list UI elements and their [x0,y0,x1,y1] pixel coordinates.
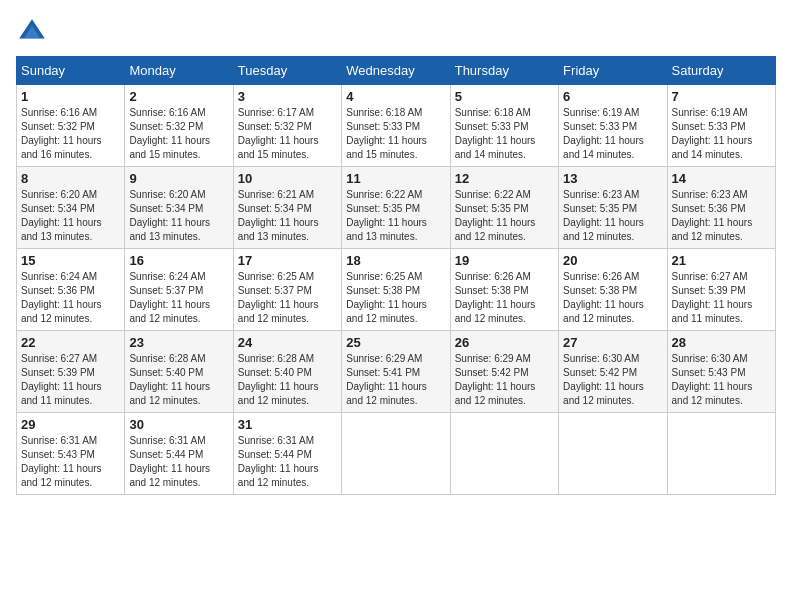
day-info: Sunrise: 6:17 AMSunset: 5:32 PMDaylight:… [238,106,337,162]
day-number: 5 [455,89,554,104]
day-info: Sunrise: 6:19 AMSunset: 5:33 PMDaylight:… [672,106,771,162]
day-info: Sunrise: 6:27 AMSunset: 5:39 PMDaylight:… [672,270,771,326]
day-number: 7 [672,89,771,104]
day-number: 2 [129,89,228,104]
day-info: Sunrise: 6:28 AMSunset: 5:40 PMDaylight:… [238,352,337,408]
calendar-cell: 11Sunrise: 6:22 AMSunset: 5:35 PMDayligh… [342,167,450,249]
weekday-header-thursday: Thursday [450,57,558,85]
day-info: Sunrise: 6:31 AMSunset: 5:43 PMDaylight:… [21,434,120,490]
calendar-cell: 14Sunrise: 6:23 AMSunset: 5:36 PMDayligh… [667,167,775,249]
calendar-cell: 10Sunrise: 6:21 AMSunset: 5:34 PMDayligh… [233,167,341,249]
day-number: 6 [563,89,662,104]
day-number: 10 [238,171,337,186]
day-info: Sunrise: 6:30 AMSunset: 5:42 PMDaylight:… [563,352,662,408]
day-info: Sunrise: 6:31 AMSunset: 5:44 PMDaylight:… [129,434,228,490]
calendar-cell: 21Sunrise: 6:27 AMSunset: 5:39 PMDayligh… [667,249,775,331]
day-info: Sunrise: 6:25 AMSunset: 5:38 PMDaylight:… [346,270,445,326]
calendar-cell: 23Sunrise: 6:28 AMSunset: 5:40 PMDayligh… [125,331,233,413]
weekday-header-saturday: Saturday [667,57,775,85]
calendar-cell: 9Sunrise: 6:20 AMSunset: 5:34 PMDaylight… [125,167,233,249]
day-info: Sunrise: 6:18 AMSunset: 5:33 PMDaylight:… [455,106,554,162]
day-info: Sunrise: 6:30 AMSunset: 5:43 PMDaylight:… [672,352,771,408]
day-info: Sunrise: 6:31 AMSunset: 5:44 PMDaylight:… [238,434,337,490]
weekday-header-row: SundayMondayTuesdayWednesdayThursdayFrid… [17,57,776,85]
day-number: 3 [238,89,337,104]
calendar-cell [342,413,450,495]
day-number: 27 [563,335,662,350]
calendar-cell: 29Sunrise: 6:31 AMSunset: 5:43 PMDayligh… [17,413,125,495]
calendar-cell: 22Sunrise: 6:27 AMSunset: 5:39 PMDayligh… [17,331,125,413]
day-number: 17 [238,253,337,268]
week-row-5: 29Sunrise: 6:31 AMSunset: 5:43 PMDayligh… [17,413,776,495]
day-number: 11 [346,171,445,186]
day-number: 1 [21,89,120,104]
day-number: 22 [21,335,120,350]
day-info: Sunrise: 6:24 AMSunset: 5:37 PMDaylight:… [129,270,228,326]
day-info: Sunrise: 6:19 AMSunset: 5:33 PMDaylight:… [563,106,662,162]
day-number: 31 [238,417,337,432]
day-number: 12 [455,171,554,186]
day-number: 28 [672,335,771,350]
day-number: 15 [21,253,120,268]
weekday-header-wednesday: Wednesday [342,57,450,85]
day-info: Sunrise: 6:16 AMSunset: 5:32 PMDaylight:… [129,106,228,162]
day-info: Sunrise: 6:20 AMSunset: 5:34 PMDaylight:… [129,188,228,244]
calendar-cell: 6Sunrise: 6:19 AMSunset: 5:33 PMDaylight… [559,85,667,167]
calendar-cell: 4Sunrise: 6:18 AMSunset: 5:33 PMDaylight… [342,85,450,167]
calendar-cell: 24Sunrise: 6:28 AMSunset: 5:40 PMDayligh… [233,331,341,413]
day-info: Sunrise: 6:27 AMSunset: 5:39 PMDaylight:… [21,352,120,408]
day-number: 21 [672,253,771,268]
weekday-header-sunday: Sunday [17,57,125,85]
day-info: Sunrise: 6:23 AMSunset: 5:36 PMDaylight:… [672,188,771,244]
day-number: 9 [129,171,228,186]
calendar-cell: 12Sunrise: 6:22 AMSunset: 5:35 PMDayligh… [450,167,558,249]
weekday-header-tuesday: Tuesday [233,57,341,85]
calendar-cell: 16Sunrise: 6:24 AMSunset: 5:37 PMDayligh… [125,249,233,331]
day-info: Sunrise: 6:18 AMSunset: 5:33 PMDaylight:… [346,106,445,162]
calendar-cell: 15Sunrise: 6:24 AMSunset: 5:36 PMDayligh… [17,249,125,331]
calendar-cell: 5Sunrise: 6:18 AMSunset: 5:33 PMDaylight… [450,85,558,167]
calendar-cell: 26Sunrise: 6:29 AMSunset: 5:42 PMDayligh… [450,331,558,413]
calendar-cell: 7Sunrise: 6:19 AMSunset: 5:33 PMDaylight… [667,85,775,167]
weekday-header-monday: Monday [125,57,233,85]
day-info: Sunrise: 6:26 AMSunset: 5:38 PMDaylight:… [455,270,554,326]
day-info: Sunrise: 6:29 AMSunset: 5:42 PMDaylight:… [455,352,554,408]
day-number: 13 [563,171,662,186]
day-number: 16 [129,253,228,268]
calendar-cell: 1Sunrise: 6:16 AMSunset: 5:32 PMDaylight… [17,85,125,167]
day-info: Sunrise: 6:29 AMSunset: 5:41 PMDaylight:… [346,352,445,408]
day-number: 18 [346,253,445,268]
calendar-cell: 30Sunrise: 6:31 AMSunset: 5:44 PMDayligh… [125,413,233,495]
calendar-table: SundayMondayTuesdayWednesdayThursdayFrid… [16,56,776,495]
day-info: Sunrise: 6:20 AMSunset: 5:34 PMDaylight:… [21,188,120,244]
page-header [16,16,776,48]
week-row-3: 15Sunrise: 6:24 AMSunset: 5:36 PMDayligh… [17,249,776,331]
calendar-cell: 2Sunrise: 6:16 AMSunset: 5:32 PMDaylight… [125,85,233,167]
calendar-cell [559,413,667,495]
calendar-cell: 20Sunrise: 6:26 AMSunset: 5:38 PMDayligh… [559,249,667,331]
day-number: 14 [672,171,771,186]
calendar-cell [450,413,558,495]
week-row-4: 22Sunrise: 6:27 AMSunset: 5:39 PMDayligh… [17,331,776,413]
day-number: 23 [129,335,228,350]
week-row-2: 8Sunrise: 6:20 AMSunset: 5:34 PMDaylight… [17,167,776,249]
calendar-cell [667,413,775,495]
day-number: 25 [346,335,445,350]
calendar-cell: 19Sunrise: 6:26 AMSunset: 5:38 PMDayligh… [450,249,558,331]
calendar-cell: 28Sunrise: 6:30 AMSunset: 5:43 PMDayligh… [667,331,775,413]
day-number: 8 [21,171,120,186]
calendar-cell: 31Sunrise: 6:31 AMSunset: 5:44 PMDayligh… [233,413,341,495]
day-info: Sunrise: 6:21 AMSunset: 5:34 PMDaylight:… [238,188,337,244]
calendar-cell: 25Sunrise: 6:29 AMSunset: 5:41 PMDayligh… [342,331,450,413]
day-number: 20 [563,253,662,268]
day-number: 19 [455,253,554,268]
day-info: Sunrise: 6:24 AMSunset: 5:36 PMDaylight:… [21,270,120,326]
day-number: 4 [346,89,445,104]
day-info: Sunrise: 6:16 AMSunset: 5:32 PMDaylight:… [21,106,120,162]
calendar-cell: 13Sunrise: 6:23 AMSunset: 5:35 PMDayligh… [559,167,667,249]
day-number: 26 [455,335,554,350]
logo-icon [16,16,48,48]
calendar-cell: 18Sunrise: 6:25 AMSunset: 5:38 PMDayligh… [342,249,450,331]
day-info: Sunrise: 6:22 AMSunset: 5:35 PMDaylight:… [346,188,445,244]
day-info: Sunrise: 6:22 AMSunset: 5:35 PMDaylight:… [455,188,554,244]
